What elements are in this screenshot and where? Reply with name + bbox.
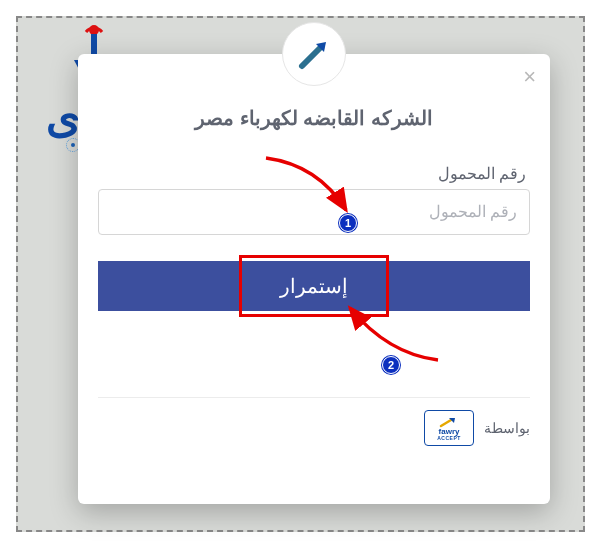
powered-by-label: بواسطة	[484, 420, 530, 436]
fawry-sub: ACCEPT	[437, 436, 461, 441]
close-icon[interactable]: ×	[523, 66, 536, 88]
mobile-label: رقم المحمول	[98, 164, 530, 183]
merchant-title: الشركه القابضه لكهرباء مصر	[98, 106, 530, 130]
fawry-arrow-icon	[439, 418, 459, 428]
modal-footer: بواسطة fawry ACCEPT	[98, 410, 530, 446]
continue-button[interactable]: إستمرار	[98, 261, 530, 311]
merchant-logo-circle	[282, 22, 346, 86]
tutorial-step-badge-1: 1	[339, 214, 357, 232]
arrow-up-right-icon	[296, 36, 332, 72]
fawry-accept-logo: fawry ACCEPT	[424, 410, 474, 446]
payment-modal: × الشركه القابضه لكهرباء مصر رقم المحمول…	[78, 54, 550, 504]
tutorial-step-badge-2: 2	[382, 356, 400, 374]
continue-button-label: إستمرار	[280, 275, 348, 297]
outer-frame: شكاى × الشركه القابضه لكهرباء مصر رقم ال…	[16, 16, 585, 532]
mobile-input[interactable]	[98, 189, 530, 235]
footer-divider	[98, 397, 530, 398]
